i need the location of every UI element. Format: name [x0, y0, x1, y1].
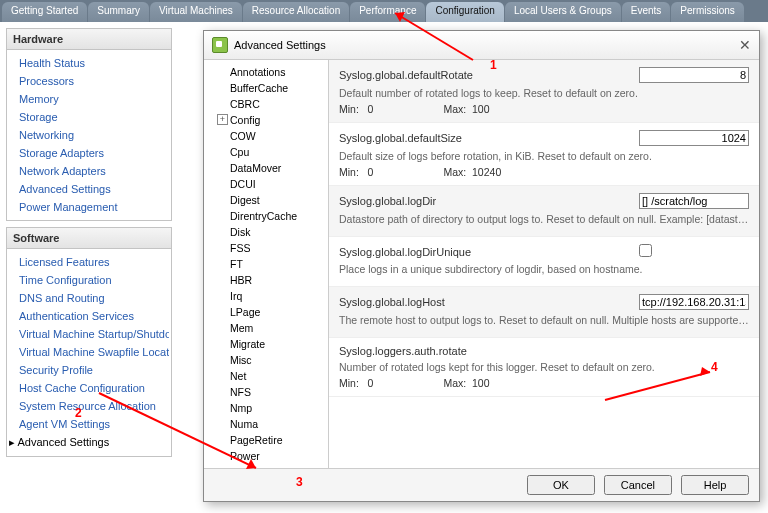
sidebar-item-processors[interactable]: Processors [9, 72, 169, 90]
setting-input[interactable] [639, 294, 749, 310]
sidebar-item-memory[interactable]: Memory [9, 90, 169, 108]
tab-permissions[interactable]: Permissions [671, 2, 743, 22]
setting-range: Min: 0Max: 100 [339, 103, 749, 115]
expand-icon[interactable]: + [217, 114, 228, 125]
setting-name: Syslog.global.logHost [339, 296, 639, 308]
setting-checkbox[interactable] [639, 244, 652, 257]
close-icon[interactable]: ✕ [739, 37, 751, 53]
setting-row: Syslog.global.logDirDatastore path of di… [329, 186, 759, 237]
sidebar-item-system-resource-allocation[interactable]: System Resource Allocation [9, 397, 169, 415]
tree-node-hbr[interactable]: HBR [204, 272, 328, 288]
tab-performance[interactable]: Performance [350, 2, 425, 22]
sidebar-item-dns-and-routing[interactable]: DNS and Routing [9, 289, 169, 307]
tree-node-digest[interactable]: Digest [204, 192, 328, 208]
tab-configuration[interactable]: Configuration [426, 2, 503, 22]
ok-button[interactable]: OK [527, 475, 595, 495]
setting-row: Syslog.global.logDirUniquePlace logs in … [329, 237, 759, 287]
tree-node-irq[interactable]: Irq [204, 288, 328, 304]
sidebar-item-networking[interactable]: Networking [9, 126, 169, 144]
setting-name: Syslog.global.defaultSize [339, 132, 639, 144]
sidebar-item-time-configuration[interactable]: Time Configuration [9, 271, 169, 289]
sidebar-item-storage-adapters[interactable]: Storage Adapters [9, 144, 169, 162]
hardware-header: Hardware [7, 29, 171, 50]
tree-node-config[interactable]: Config+ [204, 112, 328, 128]
setting-description: Number of rotated logs kept for this log… [339, 361, 749, 373]
tab-events[interactable]: Events [622, 2, 671, 22]
sidebar-item-virtual-machine-startup-shutdown[interactable]: Virtual Machine Startup/Shutdown [9, 325, 169, 343]
setting-description: Datastore path of directory to output lo… [339, 213, 749, 225]
setting-description: Default number of rotated logs to keep. … [339, 87, 749, 99]
tree-node-migrate[interactable]: Migrate [204, 336, 328, 352]
tree-node-cbrc[interactable]: CBRC [204, 96, 328, 112]
tree-node-disk[interactable]: Disk [204, 224, 328, 240]
setting-name: Syslog.global.logDirUnique [339, 246, 639, 258]
tree-node-direntrycache[interactable]: DirentryCache [204, 208, 328, 224]
tree-node-datamover[interactable]: DataMover [204, 160, 328, 176]
advanced-settings-dialog: Advanced Settings ✕ AnnotationsBufferCac… [203, 30, 760, 502]
setting-row: Syslog.global.defaultRotateDefault numbe… [329, 60, 759, 123]
tab-resource-allocation[interactable]: Resource Allocation [243, 2, 349, 22]
sidebar-item-authentication-services[interactable]: Authentication Services [9, 307, 169, 325]
sidebar-item-security-profile[interactable]: Security Profile [9, 361, 169, 379]
sidebar-item-host-cache-configuration[interactable]: Host Cache Configuration [9, 379, 169, 397]
setting-row: Syslog.global.defaultSizeDefault size of… [329, 123, 759, 186]
tree-node-cow[interactable]: COW [204, 128, 328, 144]
setting-row: Syslog.loggers.auth.rotateNumber of rota… [329, 338, 759, 397]
setting-description: The remote host to output logs to. Reset… [339, 314, 749, 326]
sidebar-item-advanced-settings[interactable]: Advanced Settings [9, 180, 169, 198]
settings-panel: Syslog.global.defaultRotateDefault numbe… [329, 60, 759, 468]
tree-node-misc[interactable]: Misc [204, 352, 328, 368]
sidebar-item-agent-vm-settings[interactable]: Agent VM Settings [9, 415, 169, 433]
tree-node-pageretire[interactable]: PageRetire [204, 432, 328, 448]
setting-name: Syslog.loggers.auth.rotate [339, 345, 639, 357]
tree-node-numa[interactable]: Numa [204, 416, 328, 432]
tree-node-cpu[interactable]: Cpu [204, 144, 328, 160]
setting-name: Syslog.global.defaultRotate [339, 69, 639, 81]
hardware-section: Hardware Health StatusProcessorsMemorySt… [6, 28, 172, 221]
sidebar-item-licensed-features[interactable]: Licensed Features [9, 253, 169, 271]
dialog-icon [212, 37, 228, 53]
software-header: Software [7, 228, 171, 249]
dialog-title: Advanced Settings [234, 39, 326, 51]
tab-getting-started[interactable]: Getting Started [2, 2, 87, 22]
setting-range: Min: 0Max: 10240 [339, 166, 749, 178]
tree-node-buffercache[interactable]: BufferCache [204, 80, 328, 96]
sidebar-item-network-adapters[interactable]: Network Adapters [9, 162, 169, 180]
setting-range: Min: 0Max: 100 [339, 377, 749, 389]
setting-input[interactable] [639, 193, 749, 209]
tree-node-rdmfilter[interactable]: RdmFilter [204, 464, 328, 468]
setting-name: Syslog.global.logDir [339, 195, 639, 207]
category-tree[interactable]: AnnotationsBufferCacheCBRCConfig+COWCpuD… [204, 60, 329, 468]
tab-summary[interactable]: Summary [88, 2, 149, 22]
tab-local-users-groups[interactable]: Local Users & Groups [505, 2, 621, 22]
help-button[interactable]: Help [681, 475, 749, 495]
tree-node-nfs[interactable]: NFS [204, 384, 328, 400]
sidebar-item-advanced-settings[interactable]: Advanced Settings [9, 433, 169, 452]
tree-node-net[interactable]: Net [204, 368, 328, 384]
setting-input[interactable] [639, 130, 749, 146]
tree-node-nmp[interactable]: Nmp [204, 400, 328, 416]
tree-node-ft[interactable]: FT [204, 256, 328, 272]
sidebar-item-health-status[interactable]: Health Status [9, 54, 169, 72]
setting-input[interactable] [639, 67, 749, 83]
sidebar-item-storage[interactable]: Storage [9, 108, 169, 126]
setting-row: Syslog.global.logHostThe remote host to … [329, 287, 759, 338]
setting-description: Default size of logs before rotation, in… [339, 150, 749, 162]
tree-node-lpage[interactable]: LPage [204, 304, 328, 320]
tree-node-fss[interactable]: FSS [204, 240, 328, 256]
tree-node-dcui[interactable]: DCUI [204, 176, 328, 192]
software-section: Software Licensed FeaturesTime Configura… [6, 227, 172, 457]
tab-virtual-machines[interactable]: Virtual Machines [150, 2, 242, 22]
cancel-button[interactable]: Cancel [604, 475, 672, 495]
sidebar-item-virtual-machine-swapfile-location[interactable]: Virtual Machine Swapfile Location [9, 343, 169, 361]
setting-description: Place logs in a unique subdirectory of l… [339, 263, 749, 275]
tree-node-annotations[interactable]: Annotations [204, 64, 328, 80]
tree-node-mem[interactable]: Mem [204, 320, 328, 336]
sidebar-item-power-management[interactable]: Power Management [9, 198, 169, 216]
tree-node-power[interactable]: Power [204, 448, 328, 464]
